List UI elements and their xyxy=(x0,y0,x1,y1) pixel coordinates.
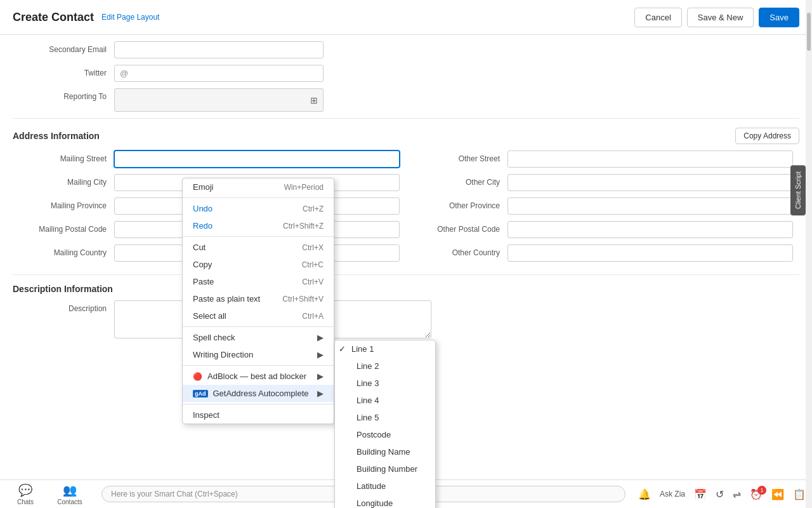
twitter-at-symbol: @ xyxy=(120,69,128,78)
bell-icon[interactable]: 🔔 xyxy=(638,488,651,500)
submenu-building-name-label: Building Name xyxy=(357,447,410,457)
other-street-label: Other Street xyxy=(412,150,508,163)
spell-check-label: Spell check xyxy=(193,333,235,342)
getaddress-submenu: ✓ Line 1 Line 2 Line 3 Line 4 Line 5 Pos… xyxy=(334,340,436,508)
description-section-title: Description Information xyxy=(13,284,113,294)
description-section-header: Description Information xyxy=(13,274,799,300)
refresh-icon[interactable]: ↺ xyxy=(716,488,724,500)
copy-address-button[interactable]: Copy Address xyxy=(735,128,799,144)
edit-page-layout-link[interactable]: Edit Page Layout xyxy=(102,13,159,22)
other-province-input[interactable] xyxy=(508,197,793,215)
secondary-email-row: Secondary Email xyxy=(13,41,799,58)
contacts-label: Contacts xyxy=(57,498,82,505)
context-menu-paste-plain[interactable]: Paste as plain text Ctrl+Shift+V xyxy=(183,290,334,307)
merge-icon[interactable]: ⇌ xyxy=(733,488,741,500)
paste-plain-label: Paste as plain text xyxy=(193,294,260,304)
submenu-line2-label: Line 2 xyxy=(357,361,379,371)
mailing-postal-label: Mailing Postal Code xyxy=(19,221,114,234)
other-country-label: Other Country xyxy=(412,244,508,257)
submenu-building-number[interactable]: Building Number xyxy=(335,460,435,478)
context-menu-cut[interactable]: Cut Ctrl+X xyxy=(183,239,334,256)
save-button[interactable]: Save xyxy=(759,8,799,27)
separator-5 xyxy=(183,404,334,404)
context-menu-emoji[interactable]: Emoji Win+Period xyxy=(183,178,334,196)
lookup-icon[interactable]: ⊞ xyxy=(310,95,318,105)
notification-badge: 1 xyxy=(757,486,766,495)
context-menu-redo[interactable]: Redo Ctrl+Shift+Z xyxy=(183,217,334,234)
context-menu-spell-check[interactable]: Spell check ▶ xyxy=(183,329,334,346)
secondary-email-label: Secondary Email xyxy=(13,41,114,54)
select-all-label: Select all xyxy=(193,311,226,321)
adblock-label: AdBlock — best ad blocker xyxy=(207,371,306,381)
getaddress-item-left: gAd GetAddress Autocomplete xyxy=(193,389,309,398)
submenu-building-name[interactable]: Building Name xyxy=(335,443,435,460)
submenu-line4[interactable]: Line 4 xyxy=(335,392,435,409)
top-bar-right: Cancel Save & New Save xyxy=(634,8,799,27)
adblock-icon: 🔴 xyxy=(193,372,202,381)
calendar-icon[interactable]: 📅 xyxy=(694,488,707,500)
context-menu-inspect[interactable]: Inspect xyxy=(183,406,334,424)
mailing-street-row: Mailing Street xyxy=(19,150,400,168)
submenu-line3-label: Line 3 xyxy=(357,378,379,388)
top-bar-left: Create Contact Edit Page Layout xyxy=(13,11,159,24)
other-city-input[interactable] xyxy=(508,174,793,191)
client-script-tab[interactable]: Client Script xyxy=(790,165,806,215)
scrollbar[interactable] xyxy=(806,0,812,508)
submenu-line1-label: Line 1 xyxy=(351,344,374,354)
secondary-email-field-wrap xyxy=(114,41,324,58)
other-postal-row: Other Postal Code xyxy=(412,221,793,238)
submenu-line3[interactable]: Line 3 xyxy=(335,375,435,392)
submenu-building-number-label: Building Number xyxy=(357,464,417,474)
separator-1 xyxy=(183,197,334,198)
mailing-city-label: Mailing City xyxy=(19,174,114,187)
submenu-line5[interactable]: Line 5 xyxy=(335,409,435,426)
other-street-input[interactable] xyxy=(508,150,793,168)
context-menu-adblock[interactable]: 🔴 AdBlock — best ad blocker ▶ xyxy=(183,368,334,385)
context-menu-getaddress[interactable]: gAd GetAddress Autocomplete ▶ xyxy=(183,385,334,402)
clipboard-icon[interactable]: 📋 xyxy=(793,488,806,500)
context-menu-paste[interactable]: Paste Ctrl+V xyxy=(183,273,334,290)
getaddress-label: GetAddress Autocomplete xyxy=(213,389,309,398)
other-country-input-wrap xyxy=(508,244,793,262)
other-street-row: Other Street xyxy=(412,150,793,168)
mailing-street-input[interactable] xyxy=(114,150,400,168)
submenu-line2[interactable]: Line 2 xyxy=(335,358,435,375)
scrollbar-thumb[interactable] xyxy=(807,13,811,51)
other-province-input-wrap xyxy=(508,197,793,215)
twitter-input[interactable] xyxy=(131,65,318,81)
context-menu-copy[interactable]: Copy Ctrl+C xyxy=(183,256,334,273)
other-province-row: Other Province xyxy=(412,197,793,215)
submenu-line1[interactable]: ✓ Line 1 xyxy=(335,340,435,358)
history-icon[interactable]: ⏪ xyxy=(771,488,784,500)
other-postal-input[interactable] xyxy=(508,221,793,238)
ask-zia-label[interactable]: Ask Zia xyxy=(660,490,685,498)
context-menu: Emoji Win+Period Undo Ctrl+Z Redo Ctrl+S… xyxy=(182,178,334,424)
timer-icon[interactable]: ⏰ 1 xyxy=(750,488,763,500)
submenu-postcode[interactable]: Postcode xyxy=(335,426,435,443)
other-country-input[interactable] xyxy=(508,244,793,262)
submenu-latitude[interactable]: Latitude xyxy=(335,478,435,495)
description-label: Description xyxy=(13,300,114,313)
getaddress-icon: gAd xyxy=(193,390,208,398)
top-bar: Create Contact Edit Page Layout Cancel S… xyxy=(0,0,812,35)
cancel-button[interactable]: Cancel xyxy=(634,8,681,27)
context-menu-select-all[interactable]: Select all Ctrl+A xyxy=(183,307,334,324)
other-country-row: Other Country xyxy=(412,244,793,262)
page-title: Create Contact xyxy=(13,11,94,24)
mailing-street-label: Mailing Street xyxy=(19,150,114,163)
nav-contacts[interactable]: 👥 Contacts xyxy=(51,483,89,505)
context-menu-emoji-label: Emoji xyxy=(193,182,214,192)
save-new-button[interactable]: Save & New xyxy=(687,8,754,27)
cut-label: Cut xyxy=(193,243,206,252)
context-menu-writing-direction[interactable]: Writing Direction ▶ xyxy=(183,346,334,363)
reporting-to-row: Reporting To ⊞ xyxy=(13,88,799,112)
address-grid: Mailing Street Mailing City Mailing Prov… xyxy=(13,150,799,268)
other-city-input-wrap xyxy=(508,174,793,191)
inspect-label: Inspect xyxy=(193,410,219,420)
nav-chats[interactable]: 💬 Chats xyxy=(6,483,44,505)
reporting-to-input[interactable] xyxy=(120,92,310,108)
submenu-longitude[interactable]: Longitude xyxy=(335,495,435,508)
secondary-email-input[interactable] xyxy=(114,41,324,58)
context-menu-undo[interactable]: Undo Ctrl+Z xyxy=(183,200,334,217)
separator-4 xyxy=(183,365,334,366)
